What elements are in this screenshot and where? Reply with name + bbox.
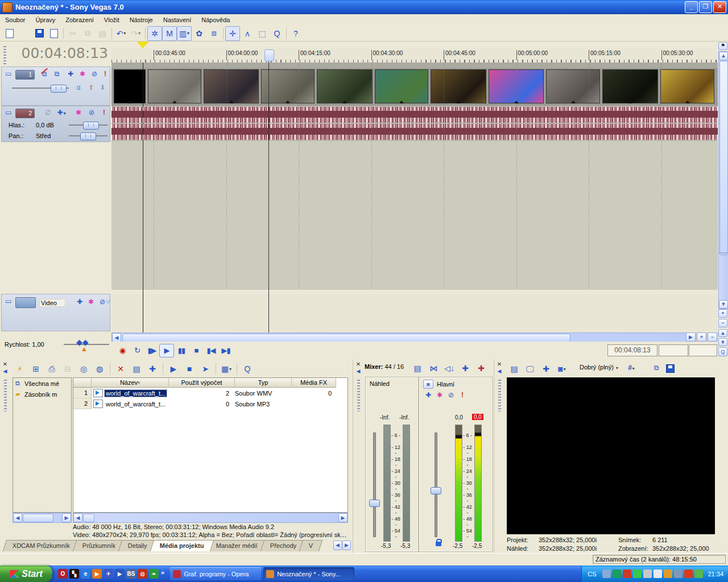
loop-playback-button[interactable]: ↻: [130, 344, 144, 357]
media-name-cell[interactable]: world_of_warcraft_t...: [92, 398, 169, 409]
quick-player-icon[interactable]: ▶: [115, 569, 125, 579]
panel-grip[interactable]: [498, 380, 501, 411]
capture-video-icon[interactable]: ⎙: [44, 361, 59, 376]
preview-properties-icon[interactable]: ▤: [507, 361, 522, 376]
main-fader-handle[interactable]: [431, 487, 441, 494]
selection-length-box[interactable]: [689, 344, 717, 356]
play-from-start-button[interactable]: ▮▶: [144, 344, 159, 357]
quick-media-icon[interactable]: ▶: [92, 569, 102, 579]
tree-scroll-left-icon[interactable]: ◀: [13, 513, 22, 522]
automation-settings-icon[interactable]: ✱: [77, 69, 88, 78]
track-minimize-icon[interactable]: ▭: [3, 108, 14, 117]
vscroll-thumb[interactable]: [719, 61, 728, 255]
dim-output-icon[interactable]: ◁↓: [442, 361, 457, 376]
auto-ripple-icon[interactable]: ▥▾: [177, 26, 192, 41]
list-scroll-right-icon[interactable]: ▶: [338, 513, 348, 522]
pause-button[interactable]: ▮▮: [174, 344, 189, 357]
tray-icon-2[interactable]: [613, 569, 621, 578]
auto-preview-icon[interactable]: ⚡: [13, 361, 27, 376]
external-monitor-icon[interactable]: 🖵: [523, 361, 537, 376]
zoom-out-time-icon[interactable]: −: [708, 332, 717, 342]
preview-fader-handle[interactable]: [369, 500, 380, 507]
tree-hscrollbar[interactable]: ◀ ▶: [13, 513, 72, 523]
record-button[interactable]: ◉: [115, 344, 130, 357]
zoom-edit-tool-icon[interactable]: Q: [270, 26, 284, 41]
track-motion-icon[interactable]: ⧉: [52, 69, 62, 78]
track-minimize-icon[interactable]: ▭: [3, 69, 14, 78]
import-media-icon[interactable]: ⊞: [28, 361, 43, 376]
cursor-handle[interactable]: [264, 49, 274, 61]
marker-tool-icon[interactable]: ⚑: [718, 42, 727, 50]
menu-nástroje[interactable]: Nástroje: [125, 15, 158, 24]
media-fx-icon[interactable]: ✚: [145, 361, 160, 376]
video-track-header[interactable]: ▭ 1 ⧉ ⧉ ✚ ✱ ⊘ ! α ⬆ ⬇: [1, 66, 110, 106]
timecode-display[interactable]: 00:04:08:13: [10, 45, 108, 61]
main-solo-icon[interactable]: !: [457, 390, 468, 400]
zoom-in-track-icon[interactable]: +: [718, 309, 727, 318]
clock[interactable]: 21:34: [708, 571, 723, 577]
section-divider[interactable]: [111, 290, 718, 294]
corner-zoom-icon[interactable]: Q: [718, 347, 727, 356]
list-hscrollbar[interactable]: ◀ ▶: [73, 513, 348, 523]
bus-color-box[interactable]: [15, 297, 36, 308]
tab-v[interactable]: V: [299, 540, 323, 551]
main-fader-track[interactable]: [435, 433, 437, 537]
audio-track-number[interactable]: 2: [15, 109, 35, 118]
tab-pr-zkumn-k[interactable]: Průzkumník: [73, 540, 126, 551]
go-to-start-button[interactable]: ▮◀: [204, 344, 218, 357]
normal-edit-tool-icon[interactable]: ✛: [225, 26, 240, 41]
close-button[interactable]: ✕: [713, 1, 726, 13]
tabs-scroll-right-icon[interactable]: ▶: [342, 541, 351, 550]
bus-fx-icon[interactable]: ✚: [75, 297, 85, 306]
open-icon[interactable]: [17, 26, 32, 41]
preview-fader-track[interactable]: [373, 433, 376, 537]
compositing-mode-icon[interactable]: α: [73, 83, 84, 92]
menu-zobrazení[interactable]: Zobrazení: [60, 15, 99, 24]
save-snapshot-icon[interactable]: [666, 364, 675, 373]
main-bus-icon[interactable]: ◙: [423, 380, 433, 389]
main-peak-right[interactable]: 0,0: [472, 414, 483, 420]
stop-button[interactable]: ■: [189, 344, 204, 357]
quick-firefox-icon[interactable]: ◍: [138, 569, 147, 579]
zoom-in-time-icon[interactable]: +: [697, 332, 706, 342]
menu-úpravy[interactable]: Úpravy: [30, 15, 60, 24]
main-automation-icon[interactable]: ✱: [435, 390, 445, 400]
zoom-out-track-icon[interactable]: −: [718, 319, 727, 327]
scroll-left-icon[interactable]: ◀: [112, 333, 121, 342]
automation-settings-icon[interactable]: ✱: [73, 108, 84, 117]
menu-nastavení[interactable]: Nastavení: [158, 15, 197, 24]
make-parent-icon[interactable]: ⬇: [97, 83, 107, 92]
tray-icon-7[interactable]: [664, 569, 672, 578]
quick-launch-chevron[interactable]: »: [161, 569, 164, 576]
remove-media-icon[interactable]: ✕: [113, 361, 128, 376]
preview-cursor-icon[interactable]: ➤: [198, 361, 213, 376]
bus-minimize-icon[interactable]: ▭: [3, 297, 14, 306]
quick-app2-icon[interactable]: ▚: [69, 569, 79, 579]
project-properties-icon[interactable]: [47, 26, 61, 41]
insert-assignable-fx-icon[interactable]: ✚: [474, 361, 489, 376]
copy-snapshot-icon[interactable]: ⧉: [651, 363, 661, 372]
media-row[interactable]: 2world_of_warcraft_t...0Soubor MP3: [73, 398, 348, 409]
enable-snapping-icon[interactable]: ✲: [147, 26, 162, 41]
panel-close-icon[interactable]: ✕: [1, 360, 9, 368]
tray-icon-9[interactable]: [684, 569, 693, 578]
restore-button[interactable]: ❐: [699, 1, 712, 13]
list-hscroll-thumb[interactable]: [83, 514, 94, 522]
list-scroll-left-icon[interactable]: ◀: [73, 513, 82, 522]
pan-handle[interactable]: [80, 132, 96, 140]
quick-app5-icon[interactable]: ✈: [104, 569, 113, 579]
tree-scroll-right-icon[interactable]: ▶: [62, 513, 71, 522]
bus-vscrollbar[interactable]: [718, 252, 728, 253]
panel-close-icon[interactable]: ✕: [495, 360, 503, 368]
bus-scroll-down-icon[interactable]: ▼: [718, 338, 727, 346]
column-header-Typ[interactable]: Typ: [235, 378, 292, 388]
insert-bus-icon[interactable]: ✚: [458, 361, 473, 376]
main-mute-icon[interactable]: ⊘: [446, 390, 456, 400]
new-project-icon[interactable]: [2, 26, 17, 41]
go-to-end-button[interactable]: ▶▮: [218, 344, 233, 357]
panel-undock-icon[interactable]: ◀: [495, 368, 503, 374]
start-button[interactable]: Start: [0, 566, 52, 582]
overlays-icon[interactable]: #▾: [626, 363, 636, 372]
minimize-button[interactable]: _: [685, 1, 698, 13]
panel-grip[interactable]: [357, 380, 360, 411]
